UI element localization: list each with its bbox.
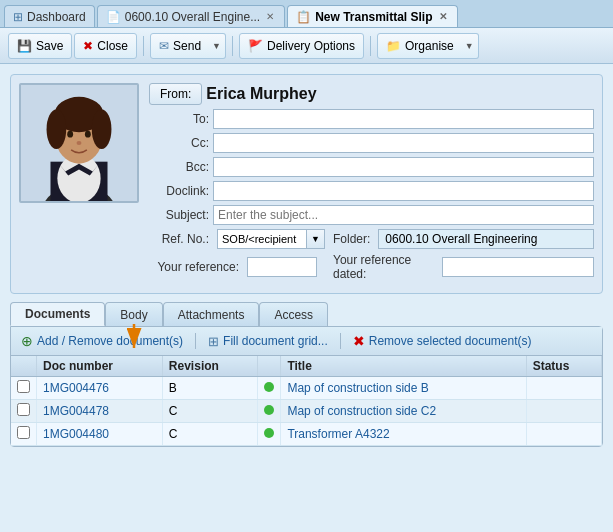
doc-title-link[interactable]: Map of construction side B (287, 381, 428, 395)
doc-title-link[interactable]: Transformer A4322 (287, 427, 389, 441)
tab-dashboard[interactable]: ⊞ Dashboard (4, 5, 95, 27)
close-icon: ✖ (83, 39, 93, 53)
doc-number-link[interactable]: 1MG004480 (43, 427, 109, 441)
bcc-input[interactable] (213, 157, 594, 177)
row-checkbox[interactable] (17, 403, 30, 416)
bcc-row: Bcc: (149, 157, 594, 177)
doc-number-link[interactable]: 1MG004476 (43, 381, 109, 395)
send-dropdown[interactable]: ▼ (208, 33, 226, 59)
bcc-label: Bcc: (149, 160, 209, 174)
doc-toolbar-sep-2 (340, 333, 341, 349)
to-label: To: (149, 112, 209, 126)
doclink-input[interactable] (213, 181, 594, 201)
cc-row: Cc: (149, 133, 594, 153)
delivery-icon: 🚩 (248, 39, 263, 53)
tab-overall-eng[interactable]: 📄 0600.10 Overall Engine... ✕ (97, 5, 285, 27)
row-revision: C (162, 400, 258, 423)
your-ref-input[interactable] (247, 257, 317, 277)
row-status (526, 377, 601, 400)
table-row: 1MG004478 C Map of construction side C2 (11, 400, 602, 423)
doc-toolbar: ⊕ Add / Remove document(s) ⊞ Fill docume… (11, 327, 602, 356)
add-remove-label: Add / Remove document(s) (37, 334, 183, 348)
tab-content-area: ⊕ Add / Remove document(s) ⊞ Fill docume… (10, 326, 603, 447)
doc-number-link[interactable]: 1MG004478 (43, 404, 109, 418)
from-button[interactable]: From: (149, 83, 202, 105)
tab-documents[interactable]: Documents (10, 302, 105, 326)
doclink-label: Doclink: (149, 184, 209, 198)
row-checkbox-cell (11, 400, 37, 423)
transmittal-icon: 📋 (296, 10, 311, 24)
ref-dropdown-arrow[interactable]: ▼ (307, 229, 325, 249)
svg-point-8 (67, 131, 73, 138)
col-title: Title (281, 356, 526, 377)
tab-new-transmittal-label: New Transmittal Slip (315, 10, 432, 24)
to-input[interactable] (213, 109, 594, 129)
ref-input[interactable] (217, 229, 307, 249)
remove-icon: ✖ (353, 333, 365, 349)
send-button[interactable]: ✉ Send (150, 33, 210, 59)
avatar (19, 83, 139, 203)
doc-icon: 📄 (106, 10, 121, 24)
send-icon: ✉ (159, 39, 169, 53)
form-area: From: Erica Murphey To: Cc: Bcc: Doc (10, 74, 603, 294)
col-doc-number: Doc number (37, 356, 163, 377)
content-tabs-nav: Documents Body Attachments Access (10, 302, 603, 326)
tab-attachments[interactable]: Attachments (163, 302, 260, 326)
row-checkbox[interactable] (17, 380, 30, 393)
remove-selected-button[interactable]: ✖ Remove selected document(s) (349, 331, 536, 351)
subject-input[interactable] (213, 205, 594, 225)
doc-title-link[interactable]: Map of construction side C2 (287, 404, 436, 418)
delivery-options-label: Delivery Options (267, 39, 355, 53)
col-revision: Revision (162, 356, 258, 377)
table-row: 1MG004480 C Transformer A4322 (11, 423, 602, 446)
delivery-options-button[interactable]: 🚩 Delivery Options (239, 33, 364, 59)
organise-label: Organise (405, 39, 454, 53)
tab-new-transmittal[interactable]: 📋 New Transmittal Slip ✕ (287, 5, 457, 27)
toolbar: 💾 Save ✖ Close ✉ Send ▼ 🚩 Delivery Optio… (0, 28, 613, 64)
row-checkbox-cell (11, 377, 37, 400)
fill-grid-label: Fill document grid... (223, 334, 328, 348)
tab-new-transmittal-close[interactable]: ✕ (437, 10, 449, 23)
svg-point-7 (92, 110, 112, 149)
save-button[interactable]: 💾 Save (8, 33, 72, 59)
tab-body[interactable]: Body (105, 302, 162, 326)
tab-dashboard-label: Dashboard (27, 10, 86, 24)
doc-table: Doc number Revision Title Status 1MG0044… (11, 356, 602, 446)
row-title: Map of construction side B (281, 377, 526, 400)
doc-toolbar-sep-1 (195, 333, 196, 349)
your-ref-label: Your reference: (149, 260, 239, 274)
row-doc-number: 1MG004476 (37, 377, 163, 400)
status-dot (264, 405, 274, 415)
to-row: To: (149, 109, 594, 129)
fill-grid-button[interactable]: ⊞ Fill document grid... (204, 332, 332, 351)
tab-attachments-label: Attachments (178, 308, 245, 322)
add-remove-icon: ⊕ (21, 333, 33, 349)
row-green-dot (258, 423, 281, 446)
svg-point-9 (85, 131, 91, 138)
your-ref-dated-input[interactable] (442, 257, 594, 277)
row-green-dot (258, 377, 281, 400)
cc-input[interactable] (213, 133, 594, 153)
add-remove-docs-button[interactable]: ⊕ Add / Remove document(s) (17, 331, 187, 351)
row-status (526, 400, 601, 423)
ref-no-label: Ref. No.: (149, 232, 209, 246)
cc-label: Cc: (149, 136, 209, 150)
tab-bar: ⊞ Dashboard 📄 0600.10 Overall Engine... … (0, 0, 613, 28)
tab-overall-eng-label: 0600.10 Overall Engine... (125, 10, 260, 24)
subject-label: Subject: (149, 208, 209, 222)
status-dot (264, 428, 274, 438)
tab-overall-eng-close[interactable]: ✕ (264, 10, 276, 23)
your-ref-dated-label: Your reference dated: (333, 253, 434, 281)
organise-button[interactable]: 📁 Organise (377, 33, 463, 59)
row-status (526, 423, 601, 446)
from-name: Erica Murphey (206, 85, 316, 103)
main-content: From: Erica Murphey To: Cc: Bcc: Doc (0, 64, 613, 532)
row-checkbox[interactable] (17, 426, 30, 439)
close-button[interactable]: ✖ Close (74, 33, 137, 59)
row-revision: C (162, 423, 258, 446)
organise-dropdown[interactable]: ▼ (461, 33, 479, 59)
svg-point-10 (77, 141, 82, 145)
ref-select-wrap: ▼ (217, 229, 325, 249)
folder-value: 0600.10 Overall Engineering (378, 229, 594, 249)
tab-access[interactable]: Access (259, 302, 328, 326)
